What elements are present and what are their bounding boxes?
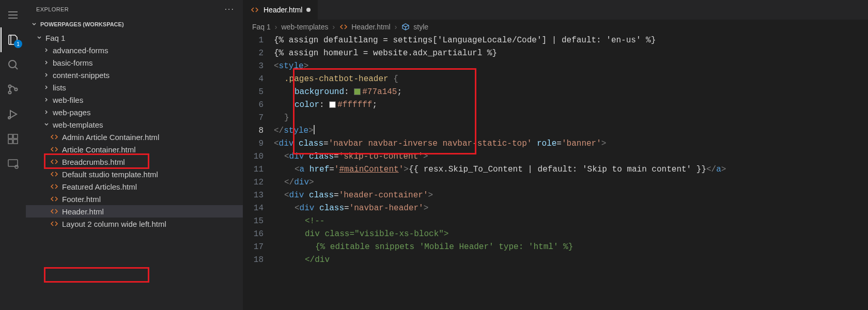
tab-header-html[interactable]: Header.html (243, 0, 318, 20)
tree-file[interactable]: Admin Article Container.html (26, 131, 243, 143)
extensions-icon[interactable] (1, 127, 25, 151)
tree-folder[interactable]: Faq 1 (26, 32, 243, 44)
explorer-panel: EXPLORER ··· POWERPAGES (WORKSPACE) Faq … (26, 0, 243, 310)
svg-point-15 (15, 165, 18, 168)
file-code-icon (50, 169, 59, 179)
chevron-right-icon: › (275, 23, 277, 31)
tree-item-label: Admin Article Container.html (62, 133, 159, 142)
tree-item-label: Breadcrumbs.html (62, 158, 125, 166)
tree-file[interactable]: Header.html (26, 205, 243, 218)
svg-rect-10 (8, 134, 12, 138)
tree-item-label: Faq 1 (45, 34, 65, 42)
line-number: 12 (243, 176, 264, 189)
crumb-3[interactable]: style (401, 22, 428, 32)
crumb-0[interactable]: Faq 1 (252, 23, 271, 31)
crumb-1[interactable]: web-templates (281, 23, 328, 31)
remote-icon[interactable] (1, 151, 25, 176)
explorer-icon[interactable]: 1 (1, 27, 25, 52)
editor-tabs: Header.html (243, 0, 868, 20)
line-number: 14 (243, 202, 264, 215)
menu-icon[interactable] (1, 3, 25, 27)
tree-folder[interactable]: lists (26, 81, 243, 94)
tree-item-label: web-files (53, 96, 83, 104)
chevron-right-icon (42, 83, 51, 91)
code-lines: {% assign defaultlang = settings['Langua… (274, 34, 868, 310)
run-debug-icon[interactable] (1, 102, 25, 127)
text-cursor (314, 125, 315, 134)
tree-item-label: lists (53, 83, 66, 92)
line-number: 16 (243, 228, 264, 241)
file-code-icon (250, 5, 259, 14)
chevron-right-icon (42, 46, 51, 54)
code-editor[interactable]: 123456789101112131415161718 {% assign de… (243, 34, 868, 310)
explorer-more-icon[interactable]: ··· (225, 5, 235, 14)
tree-folder[interactable]: web-files (26, 94, 243, 106)
tree-item-label: Header.html (62, 207, 104, 216)
tree-file[interactable]: Default studio template.html (26, 168, 243, 180)
line-number: 10 (243, 150, 264, 163)
file-code-icon (50, 219, 59, 228)
chevron-right-icon: › (395, 23, 397, 31)
tree-file[interactable]: Footer.html (26, 193, 243, 205)
workspace-section-header[interactable]: POWERPAGES (WORKSPACE) (26, 18, 243, 30)
tree-item-label: advanced-forms (53, 46, 109, 55)
tree-item-label: Default studio template.html (62, 170, 158, 179)
chevron-down-icon (30, 20, 38, 28)
tree-item-label: web-pages (53, 108, 90, 117)
file-code-icon (339, 22, 348, 32)
tab-label: Header.html (264, 6, 302, 14)
tree-item-label: Article Container.html (62, 145, 136, 154)
chevron-right-icon: › (333, 23, 335, 31)
svg-point-6 (9, 91, 11, 94)
line-number: 15 (243, 215, 264, 228)
line-number: 4 (243, 73, 264, 86)
chevron-right-icon (42, 71, 51, 79)
chevron-right-icon (42, 58, 51, 67)
explorer-title: EXPLORER (36, 6, 69, 12)
svg-line-4 (16, 67, 18, 70)
line-number: 7 (243, 112, 264, 125)
chevron-right-icon (42, 96, 51, 104)
tree-file[interactable]: Layout 2 column wide left.html (26, 218, 243, 230)
tree-folder[interactable]: web-pages (26, 106, 243, 118)
line-number: 9 (243, 137, 264, 150)
source-control-icon[interactable] (1, 77, 25, 102)
line-number: 2 (243, 47, 264, 60)
explorer-header: EXPLORER ··· (26, 0, 243, 18)
breadcrumb[interactable]: Faq 1 › web-templates › Header.html › st… (243, 20, 868, 34)
file-code-icon (50, 157, 59, 166)
activity-bar: 1 (0, 0, 26, 310)
tree-file[interactable]: Breadcrumbs.html (26, 156, 243, 168)
workspace-section-label: POWERPAGES (WORKSPACE) (40, 21, 124, 27)
file-code-icon (50, 207, 59, 216)
line-number: 3 (243, 60, 264, 73)
explorer-badge: 1 (14, 40, 22, 48)
crumb-2[interactable]: Header.html (339, 22, 390, 32)
editor-area: Header.html Faq 1 › web-templates › Head… (243, 0, 868, 310)
file-code-icon (50, 194, 59, 204)
line-number: 5 (243, 86, 264, 99)
tree-item-label: basic-forms (53, 58, 93, 67)
svg-marker-8 (10, 111, 17, 118)
svg-rect-12 (13, 140, 18, 144)
tree-file[interactable]: Article Container.html (26, 143, 243, 156)
tree-folder[interactable]: content-snippets (26, 69, 243, 81)
tree-folder[interactable]: basic-forms (26, 56, 243, 69)
tree-item-label: Layout 2 column wide left.html (62, 220, 166, 228)
line-number: 17 (243, 241, 264, 254)
tree-file[interactable]: Featured Articles.html (26, 180, 243, 193)
file-code-icon (50, 132, 59, 142)
svg-point-5 (9, 85, 11, 88)
tree-item-label: Footer.html (62, 195, 101, 204)
tree-item-label: Featured Articles.html (62, 182, 137, 191)
tree-folder[interactable]: advanced-forms (26, 44, 243, 56)
tree-folder[interactable]: web-templates (26, 118, 243, 131)
svg-point-9 (8, 117, 10, 119)
line-number: 1 (243, 34, 264, 47)
line-number: 13 (243, 189, 264, 202)
line-number: 8 (243, 125, 264, 137)
tree-item-label: web-templates (53, 120, 103, 129)
line-number: 11 (243, 163, 264, 176)
file-code-icon (50, 182, 59, 191)
search-icon[interactable] (1, 52, 25, 77)
